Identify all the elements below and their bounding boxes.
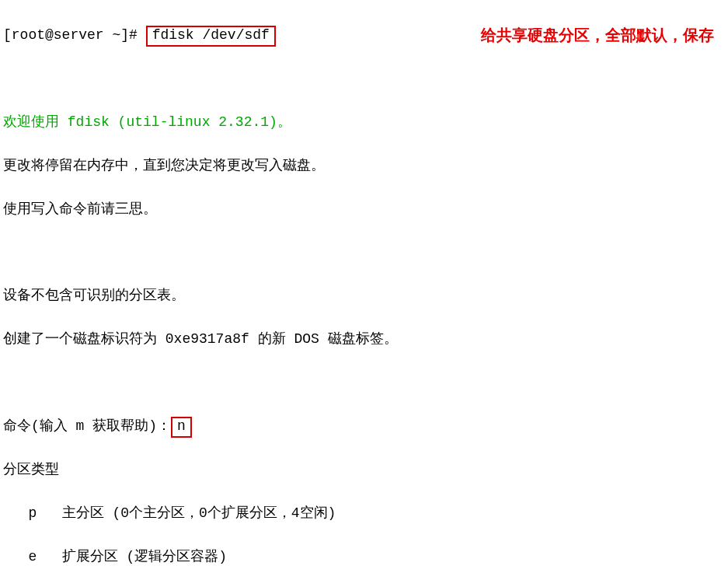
primary-partition-line: p 主分区 (0个主分区，0个扩展分区，4空闲) [3,503,725,525]
blank-line [3,68,725,90]
input-n-box: n [171,417,192,439]
welcome-suffix: 。 [277,114,291,130]
cmd-prompt-1: 命令(输入 m 获取帮助)： [3,418,171,434]
welcome-prefix: 欢迎使用 [3,114,68,130]
annotation-text: 给共享硬盘分区，全部默认，保存 [481,23,714,47]
fdisk-command-box: fdisk /dev/sdf [146,26,276,47]
welcome-line: 欢迎使用 fdisk (util-linux 2.32.1)。 [3,112,725,134]
blank-line [3,243,725,264]
extended-partition-line: e 扩展分区 (逻辑分区容器) [3,547,725,568]
terminal-output: [root@server ~]# fdisk /dev/sdf 欢迎使用 fdi… [3,3,725,587]
blank-line [3,372,725,394]
welcome-fdisk: fdisk (util-linux 2.32.1) [68,114,277,130]
cmd-prompt-line-1: 命令(输入 m 获取帮助)：n [3,416,725,439]
dos-label-line: 创建了一个磁盘标识符为 0xe9317a8f 的新 DOS 磁盘标签。 [3,329,725,351]
shell-prompt: [root@server ~]# [3,27,146,43]
no-part-table-line: 设备不包含可识别的分区表。 [3,285,725,307]
partition-type-label: 分区类型 [3,459,725,481]
memory-line: 更改将停留在内存中，直到您决定将更改写入磁盘。 [3,155,725,177]
careful-line: 使用写入命令前请三思。 [3,199,725,221]
